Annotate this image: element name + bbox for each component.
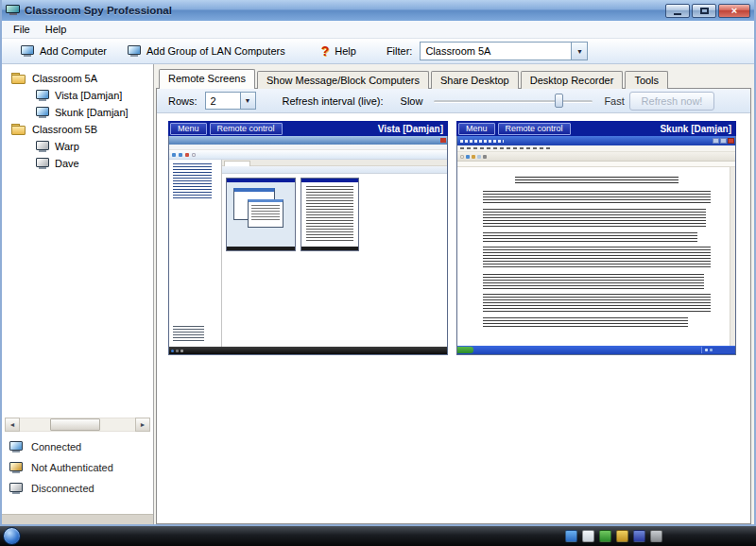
mini-document-page	[457, 167, 735, 346]
mini-tray-icon	[705, 349, 708, 351]
add-computer-icon	[21, 45, 34, 57]
mini-tab-strip	[222, 160, 447, 166]
refresh-interval-label: Refresh interval (live):	[283, 95, 384, 107]
add-group-button[interactable]: Add Group of LAN Computers	[120, 43, 293, 60]
close-button[interactable]: ×	[718, 4, 750, 18]
computer-icon	[36, 90, 49, 101]
maximize-button[interactable]	[692, 4, 716, 18]
tree-item-dave[interactable]: Dave	[2, 155, 153, 172]
scrollbar-thumb[interactable]	[50, 418, 101, 431]
menu-file[interactable]: File	[6, 22, 38, 37]
remote-control-button[interactable]: Remote control	[210, 123, 283, 135]
computer-icon	[36, 107, 49, 118]
mini-title-bar	[457, 136, 735, 145]
tree-item-warp[interactable]: Warp	[2, 138, 153, 155]
window-buttons: ×	[665, 4, 750, 18]
remote-screens-page: Rows: 2 ▼ Refresh interval (live): Slow …	[156, 88, 751, 524]
slider-track[interactable]	[434, 100, 593, 103]
tree-item-label: Vista [Damjan]	[55, 90, 122, 101]
mini-remote-screen-2	[301, 178, 359, 251]
mini-os-taskbar	[169, 347, 447, 354]
tree-group-label: Classroom 5B	[32, 124, 97, 135]
mini-taskbar-strip	[301, 247, 358, 250]
app-icon-base	[9, 13, 17, 15]
computer-icon	[36, 158, 49, 169]
close-icon: ×	[731, 6, 737, 16]
filter-dropdown-icon[interactable]: ▼	[571, 43, 587, 60]
mini-thumbnails-row	[222, 174, 447, 347]
filter-select[interactable]: Classroom 5A ▼	[420, 42, 588, 60]
title-bar[interactable]: Classroom Spy Professional ×	[2, 0, 754, 21]
tree-item-vista[interactable]: Vista [Damjan]	[2, 87, 153, 104]
document-paragraph	[483, 209, 706, 228]
screen-thumbnail[interactable]	[456, 136, 736, 355]
tab-tools[interactable]: Tools	[625, 71, 668, 89]
tab-desktop-recorder[interactable]: Desktop Recorder	[521, 71, 624, 89]
toolbar: Add Computer Add Group of LAN Computers …	[2, 39, 754, 64]
legend-label: Disconnected	[31, 483, 94, 494]
start-orb-icon[interactable]	[3, 527, 21, 545]
refresh-interval-slider[interactable]	[434, 93, 593, 110]
document-paragraph	[483, 274, 704, 289]
tab-share-desktop[interactable]: Share Desktop	[431, 71, 519, 89]
screen-menu-button[interactable]: Menu	[458, 123, 495, 135]
mini-taskbar-item	[176, 350, 179, 352]
scroll-left-icon[interactable]: ◄	[5, 418, 20, 432]
document-heading-lines	[515, 177, 679, 184]
mini-tree-text-lines	[173, 163, 212, 199]
tray-icon[interactable]	[650, 530, 662, 542]
status-legend: Connected Not Authenticated Disconnected	[2, 435, 153, 514]
help-button[interactable]: ? Help	[314, 41, 364, 61]
mini-toolbar-icon	[477, 155, 481, 159]
tree-group-classroom-5a[interactable]: Classroom 5A	[2, 70, 153, 87]
scrollbar-track[interactable]	[20, 418, 135, 432]
legend-label: Connected	[31, 441, 81, 452]
slider-thumb[interactable]	[555, 94, 563, 108]
tray-icon[interactable]	[565, 530, 577, 542]
folder-icon	[11, 124, 26, 135]
tree-item-skunk[interactable]: Skunk [Damjan]	[2, 104, 153, 121]
mini-system-tray	[701, 347, 735, 353]
mini-text-lines	[306, 186, 353, 243]
mini-tray-icon	[710, 349, 713, 351]
mini-computer-tree	[169, 160, 222, 347]
left-panel-footer	[2, 514, 153, 524]
tray-icon[interactable]	[633, 530, 645, 542]
tree-horizontal-scrollbar[interactable]: ◄ ►	[5, 418, 150, 432]
rows-combo[interactable]: 2 ▼	[205, 92, 256, 110]
tray-icon[interactable]	[616, 530, 628, 542]
scroll-right-icon[interactable]: ►	[135, 418, 150, 432]
screen-thumbnail[interactable]	[168, 136, 448, 355]
mini-window-shape	[248, 199, 284, 228]
remote-control-button[interactable]: Remote control	[498, 123, 571, 135]
mini-window-buttons	[713, 138, 734, 144]
mini-toolbar	[457, 152, 735, 162]
rows-dropdown-icon[interactable]: ▼	[240, 93, 255, 109]
disconnected-status-icon	[9, 483, 23, 494]
mini-toolbar-icon	[466, 155, 470, 159]
add-group-icon	[128, 45, 141, 57]
tab-remote-screens[interactable]: Remote Screens	[159, 69, 255, 89]
os-taskbar[interactable]	[0, 526, 756, 546]
filter-label: Filter:	[387, 45, 413, 57]
remote-screens-grid: Menu Remote control Vista [Damjan]	[157, 113, 750, 523]
computer-icon	[36, 141, 49, 152]
main-panel: Remote Screens Show Message/Block Comput…	[154, 64, 754, 524]
tray-icon[interactable]	[582, 530, 594, 542]
add-group-label: Add Group of LAN Computers	[146, 45, 285, 57]
minimize-icon	[674, 13, 681, 15]
mini-title-bar	[169, 136, 447, 145]
tree-group-classroom-5b[interactable]: Classroom 5B	[2, 121, 153, 138]
screen-computer-name: Skunk [Damjan]	[660, 124, 734, 134]
mini-scrollbar	[730, 167, 735, 346]
menu-help[interactable]: Help	[38, 22, 75, 37]
minimize-button[interactable]	[665, 4, 690, 18]
computer-tree-panel: Classroom 5A Vista [Damjan] Skunk [Damja…	[2, 64, 154, 524]
mini-toolbar-icon	[472, 155, 475, 159]
mini-toolbar-icon	[185, 153, 189, 157]
screen-menu-button[interactable]: Menu	[170, 123, 207, 135]
tray-icon[interactable]	[599, 530, 611, 542]
tab-show-message-block[interactable]: Show Message/Block Computers	[257, 71, 429, 89]
add-computer-button[interactable]: Add Computer	[13, 43, 114, 60]
refresh-now-button[interactable]: Refresh now!	[629, 92, 714, 111]
